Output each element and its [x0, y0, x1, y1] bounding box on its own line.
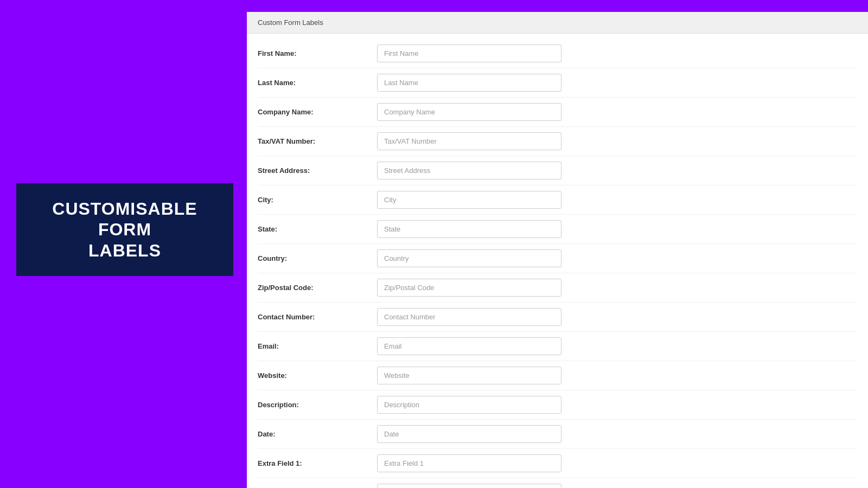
- label-extra-field-1: Extra Field 1:: [258, 459, 377, 467]
- form-row-state: State:: [258, 215, 857, 244]
- panel: Custom Form Labels First Name:Last Name:…: [247, 12, 868, 488]
- label-tax-vat-number: Tax/VAT Number:: [258, 137, 377, 145]
- form-row-description: Description:: [258, 390, 857, 420]
- label-zip-postal-code: Zip/Postal Code:: [258, 284, 377, 292]
- input-description[interactable]: [377, 396, 561, 414]
- label-website: Website:: [258, 371, 377, 380]
- input-extra-field-2[interactable]: [377, 484, 561, 488]
- form-row-date: Date:: [258, 420, 857, 449]
- input-state[interactable]: [377, 220, 561, 238]
- form-row-website: Website:: [258, 361, 857, 390]
- label-street-address: Street Address:: [258, 166, 377, 175]
- label-state: State:: [258, 225, 377, 233]
- form-row-zip-postal-code: Zip/Postal Code:: [258, 273, 857, 303]
- label-contact-number: Contact Number:: [258, 313, 377, 321]
- input-city[interactable]: [377, 191, 561, 209]
- form-row-contact-number: Contact Number:: [258, 303, 857, 332]
- form-row-company-name: Company Name:: [258, 98, 857, 127]
- form-row-country: Country:: [258, 244, 857, 273]
- input-website[interactable]: [377, 367, 561, 384]
- promo-box: CUSTOMISABLE FORM LABELS: [16, 183, 233, 276]
- input-date[interactable]: [377, 425, 561, 443]
- label-email: Email:: [258, 342, 377, 350]
- promo-text: CUSTOMISABLE FORM LABELS: [34, 198, 216, 261]
- input-tax-vat-number[interactable]: [377, 132, 561, 150]
- form-row-last-name: Last Name:: [258, 68, 857, 98]
- input-contact-number[interactable]: [377, 308, 561, 326]
- input-country[interactable]: [377, 249, 561, 267]
- form-row-extra-field-1: Extra Field 1:: [258, 449, 857, 478]
- form-row-extra-field-2: Extra Field 2:: [258, 478, 857, 488]
- form-container: First Name:Last Name:Company Name:Tax/VA…: [247, 34, 868, 488]
- input-last-name[interactable]: [377, 74, 561, 92]
- form-row-email: Email:: [258, 332, 857, 361]
- label-company-name: Company Name:: [258, 108, 377, 116]
- input-street-address[interactable]: [377, 162, 561, 179]
- input-first-name[interactable]: [377, 44, 561, 62]
- input-email[interactable]: [377, 337, 561, 355]
- label-last-name: Last Name:: [258, 79, 377, 87]
- form-row-city: City:: [258, 185, 857, 215]
- panel-title: Custom Form Labels: [258, 18, 323, 27]
- panel-header: Custom Form Labels: [247, 12, 868, 34]
- input-zip-postal-code[interactable]: [377, 279, 561, 297]
- label-city: City:: [258, 196, 377, 204]
- label-country: Country:: [258, 254, 377, 262]
- label-date: Date:: [258, 430, 377, 438]
- label-description: Description:: [258, 401, 377, 409]
- label-first-name: First Name:: [258, 49, 377, 57]
- input-company-name[interactable]: [377, 103, 561, 121]
- input-extra-field-1[interactable]: [377, 454, 561, 472]
- form-row-street-address: Street Address:: [258, 156, 857, 185]
- form-row-tax-vat-number: Tax/VAT Number:: [258, 127, 857, 156]
- form-row-first-name: First Name:: [258, 39, 857, 68]
